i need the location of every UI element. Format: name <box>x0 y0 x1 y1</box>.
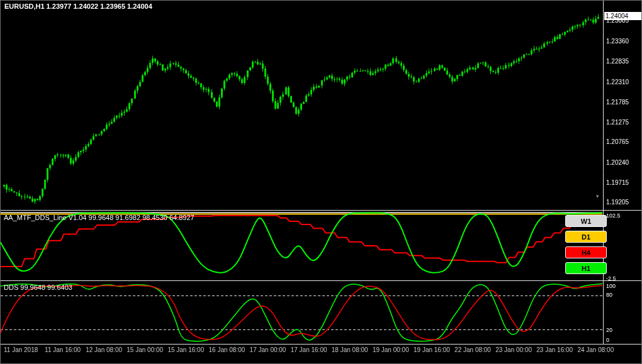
indicator1-scale-top: 102.5 <box>606 212 621 219</box>
chart-shift-icon: ▾ <box>596 193 599 199</box>
indicator2-scale-100: 100 <box>606 283 616 289</box>
indicator1-title: AA_MTF_DDS_Line V1.04 99.9648 91.6982 98… <box>4 214 194 221</box>
time-axis-label: 15 Jan 16:00 <box>167 346 204 353</box>
time-axis-label: 19 Jan 00:00 <box>373 346 409 353</box>
current-price-badge: 1.24004 <box>604 12 641 20</box>
indicator2-scale-0: 0 <box>606 337 609 343</box>
time-axis-label: 23 Jan 16:00 <box>536 346 573 353</box>
price-axis-label: 1.20240 <box>606 159 629 166</box>
chart-canvas[interactable] <box>1 1 642 364</box>
price-axis-label: 1.23360 <box>606 38 629 45</box>
timeframe-button-h4[interactable]: H4 <box>565 246 607 258</box>
time-axis-label: 17 Jan 16:00 <box>291 346 327 353</box>
time-axis-label: 15 Jan 00:00 <box>127 346 163 353</box>
timeframe-button-w1[interactable]: W1 <box>565 215 607 227</box>
time-axis-label: 11 Jan 16:00 <box>45 346 81 353</box>
time-axis-label: 11 Jan 2018 <box>4 346 38 353</box>
timeframe-button-d1[interactable]: D1 <box>565 231 607 243</box>
time-axis-label: 18 Jan 08:00 <box>332 346 368 353</box>
time-axis-label: 12 Jan 08:00 <box>86 346 122 353</box>
indicator2-scale-80: 80 <box>606 292 612 298</box>
price-axis-label: 1.21275 <box>606 119 629 126</box>
indicator2-title: DDS 99.9648 99.6403 <box>4 284 72 291</box>
timeframe-button-h1[interactable]: H1 <box>565 262 607 274</box>
price-axis-label: 1.20765 <box>606 138 629 145</box>
time-axis-label: 23 Jan 00:00 <box>495 346 532 353</box>
price-axis-label: 1.19205 <box>606 199 629 206</box>
time-axis-label: 22 Jan 08:00 <box>454 346 491 353</box>
price-axis-label: 1.21785 <box>606 99 629 106</box>
time-axis-label: 16 Jan 08:00 <box>208 346 245 353</box>
time-axis-label: 19 Jan 16:00 <box>414 346 450 353</box>
timeframe-button-group: W1 D1 H4 H1 <box>565 215 607 274</box>
price-axis-label: 1.19715 <box>606 179 629 186</box>
price-axis-label: 1.22835 <box>606 58 629 65</box>
time-axis-label: 24 Jan 08:00 <box>577 346 614 353</box>
indicator2-scale-20: 20 <box>606 327 612 333</box>
time-axis-label: 17 Jan 00:00 <box>250 346 286 353</box>
indicator1-scale-bottom: -2.5 <box>606 275 616 282</box>
trading-chart-window: EURUSD,H1 1.23977 1.24022 1.23965 1.2400… <box>0 0 642 364</box>
symbol-ohlc-label: EURUSD,H1 1.23977 1.24022 1.23965 1.2400… <box>4 3 152 10</box>
price-axis-label: 1.22310 <box>606 79 629 85</box>
